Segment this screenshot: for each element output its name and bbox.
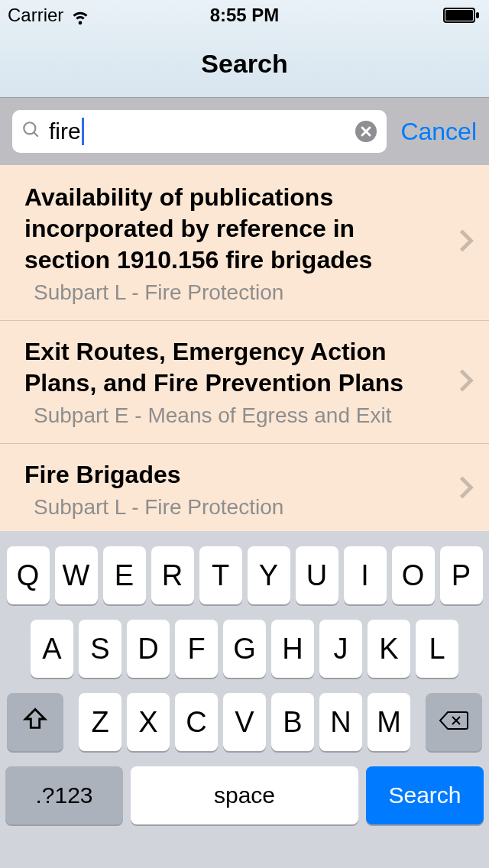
- result-title: Availability of publications incorporate…: [24, 182, 443, 276]
- keyboard-row-3: Z X C V B N M: [5, 693, 484, 751]
- space-key[interactable]: space: [131, 766, 358, 824]
- key-j[interactable]: J: [319, 620, 362, 678]
- key-f[interactable]: F: [175, 620, 218, 678]
- key-i[interactable]: I: [344, 546, 387, 604]
- search-bar: fire Cancel: [0, 98, 489, 165]
- clear-icon[interactable]: [355, 120, 377, 143]
- text-cursor: [82, 118, 84, 145]
- backspace-icon: [439, 706, 469, 739]
- result-title: Exit Routes, Emergency Action Plans, and…: [24, 336, 443, 399]
- chevron-right-icon: [458, 228, 474, 256]
- key-m[interactable]: M: [368, 693, 410, 751]
- key-n[interactable]: N: [319, 693, 362, 751]
- results-list: Availability of publications incorporate…: [0, 165, 489, 532]
- result-item[interactable]: Exit Routes, Emergency Action Plans, and…: [0, 321, 489, 444]
- result-subtitle: Subpart E - Means of Egress and Exit: [24, 403, 443, 428]
- key-z[interactable]: Z: [79, 693, 121, 751]
- key-k[interactable]: K: [368, 620, 410, 678]
- search-key[interactable]: Search: [366, 766, 484, 824]
- result-subtitle: Subpart L - Fire Protection: [24, 495, 443, 520]
- svg-line-4: [34, 132, 37, 136]
- chevron-right-icon: [458, 368, 474, 396]
- wifi-icon: [70, 5, 91, 26]
- key-b[interactable]: B: [271, 693, 314, 751]
- result-item[interactable]: Fire Brigades Subpart L - Fire Protectio…: [0, 444, 489, 532]
- result-title: Fire Brigades: [24, 459, 443, 491]
- status-time: 8:55 PM: [210, 5, 280, 26]
- key-r[interactable]: R: [151, 546, 194, 604]
- search-text: fire: [49, 118, 347, 145]
- search-icon: [21, 120, 41, 143]
- keyboard-row-2: A S D F G H J K L: [5, 620, 484, 678]
- nav-header: Search: [0, 31, 489, 98]
- status-bar: Carrier 8:55 PM: [0, 0, 489, 31]
- key-l[interactable]: L: [416, 620, 458, 678]
- chevron-right-icon: [458, 475, 474, 503]
- key-h[interactable]: H: [271, 620, 314, 678]
- keyboard: Q W E R T Y U I O P A S D F G H J K L Z …: [0, 531, 489, 868]
- key-x[interactable]: X: [127, 693, 170, 751]
- key-c[interactable]: C: [175, 693, 218, 751]
- key-s[interactable]: S: [79, 620, 121, 678]
- key-u[interactable]: U: [296, 546, 338, 604]
- keyboard-row-4: .?123 space Search: [5, 766, 484, 824]
- key-o[interactable]: O: [392, 546, 435, 604]
- key-d[interactable]: D: [127, 620, 170, 678]
- shift-key[interactable]: [7, 693, 63, 751]
- key-e[interactable]: E: [103, 546, 146, 604]
- key-v[interactable]: V: [223, 693, 266, 751]
- result-subtitle: Subpart L - Fire Protection: [24, 280, 443, 305]
- result-item[interactable]: Availability of publications incorporate…: [0, 165, 489, 321]
- key-p[interactable]: P: [440, 546, 483, 604]
- backspace-key[interactable]: [426, 693, 482, 751]
- key-w[interactable]: W: [55, 546, 98, 604]
- cancel-button[interactable]: Cancel: [400, 118, 477, 146]
- page-title: Search: [201, 49, 287, 79]
- search-input[interactable]: fire: [12, 110, 387, 153]
- status-left: Carrier: [8, 5, 91, 26]
- key-t[interactable]: T: [199, 546, 242, 604]
- keyboard-row-1: Q W E R T Y U I O P: [5, 546, 484, 604]
- number-key[interactable]: .?123: [5, 766, 123, 824]
- shift-icon: [22, 706, 48, 739]
- carrier-label: Carrier: [8, 5, 63, 26]
- svg-point-3: [24, 122, 35, 134]
- battery-icon: [443, 8, 481, 23]
- key-a[interactable]: A: [31, 620, 73, 678]
- key-q[interactable]: Q: [7, 546, 50, 604]
- key-g[interactable]: G: [223, 620, 266, 678]
- key-y[interactable]: Y: [248, 546, 290, 604]
- svg-rect-1: [445, 10, 473, 21]
- svg-rect-2: [476, 12, 479, 18]
